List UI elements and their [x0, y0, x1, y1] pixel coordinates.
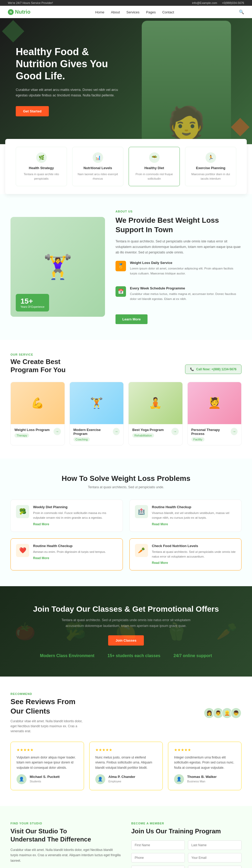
weight-icon-3: 🥕 — [135, 544, 148, 557]
program-card-3[interactable]: 💆 Personal Therapy Process Facility → — [187, 382, 242, 445]
program-title-2: Best Yoga Program — [132, 428, 163, 432]
program-image-2: 🧘 — [129, 382, 183, 424]
food-icon-3: 🍋 — [116, 622, 136, 641]
topbar-right: info@Example.com +0(888)034-5676 — [188, 1, 244, 4]
review-card-1: ★★★★★ Nunc metus justo, ornare ut eleife… — [89, 742, 163, 790]
about-heading: We Provide Best Weight Loss Support In T… — [116, 216, 242, 235]
programs-section: OUR SERVICE We Create Best Program For Y… — [0, 340, 252, 459]
form-field-bodyweight — [188, 866, 242, 868]
program-arrow-0[interactable]: → — [54, 428, 61, 435]
hero-cta-button[interactable]: Get Started — [16, 106, 49, 116]
service-text-1: Every Week Schedule Programme Curabitur … — [130, 286, 242, 307]
cta-banner: 🍅 🥦 🍋 🫑 🥕 Join Today Our Classes & Get P… — [0, 586, 252, 677]
weight-grid: 🥦 Weekly Diet Planning Proin in commodo … — [10, 499, 242, 571]
program-arrow-3[interactable]: → — [231, 428, 238, 435]
review-card-2: ★★★★★ Integer condimentum urna finibus e… — [168, 742, 242, 790]
studio-description: Curabitur vitae elit amet. Nulla blandit… — [10, 847, 121, 863]
cta-heading: Join Today Our Classes & Get Promotional… — [10, 604, 242, 614]
phone-input[interactable] — [131, 853, 185, 863]
training-form-area: BECOME A MEMBER Join Us Our Training Pro… — [131, 822, 242, 868]
program-arrow-1[interactable]: → — [113, 428, 120, 435]
cta-stat-num-0: Modern Class Environment — [40, 653, 94, 658]
weight-item-2: ❤️ Routine Health Checkup Aenean eu enim… — [10, 538, 123, 571]
nav-contact[interactable]: Contact — [162, 10, 174, 14]
studio-heading: Visit Our Studio To Understand The Diffe… — [10, 827, 121, 843]
feature-icon-2: 🥗 — [149, 152, 160, 163]
review-text-1: Nunc metus justo, ornare ut eleifend viv… — [95, 755, 157, 770]
program-card-0[interactable]: 💪 Weight Loss Program Therapy → — [10, 382, 65, 445]
logo-icon: N — [8, 9, 14, 15]
feature-desc-0: Tentara in quasi archite nito perspiciat… — [20, 172, 63, 181]
program-card-2[interactable]: 🧘 Best Yoga Program Rehabilitation → — [128, 382, 183, 445]
last-name-input[interactable] — [188, 840, 242, 850]
studio-left: FIND YOUR STUDIO Visit Our Studio To Und… — [10, 822, 121, 868]
feature-card-2: 🥗 Healthy Diet Proin in commodo nisl fru… — [129, 147, 180, 186]
nav-services[interactable]: Services — [127, 10, 140, 14]
weight-readmore-1[interactable]: Read More — [152, 522, 168, 526]
program-tag-0: Therapy — [14, 433, 29, 438]
program-image-3: 💆 — [188, 382, 242, 424]
cta-stat-0: Modern Class Environment — [40, 653, 94, 658]
reviewer-avatar-1: 👤 — [95, 774, 105, 784]
cta-subtext: Tentara at quasi architecto. Sed ut pers… — [60, 617, 192, 629]
weight-title-1: Routine Health Checkup — [152, 505, 236, 509]
weight-title-2: Routine Health Checkup — [33, 544, 106, 548]
program-title-0: Weight Loss Program — [14, 428, 50, 432]
years-badge: 15+ Years Of Experience — [16, 294, 49, 311]
program-emoji-1: 🏋️ — [90, 397, 103, 409]
about-cta-button[interactable]: Learn More — [116, 314, 148, 324]
review-text-2: Integer condimentum urna finibus elit so… — [174, 755, 235, 770]
hero-person-image: 🧑 — [142, 21, 231, 142]
feature-desc-3: Maecenas porttitor diam in dui iaculis i… — [189, 172, 232, 181]
body-weight-input[interactable] — [188, 866, 242, 868]
program-info-text-1: Modern Exercise Program Coaching — [73, 428, 113, 441]
email-input[interactable] — [188, 853, 242, 863]
program-tag-2: Rehabilitation — [132, 433, 154, 438]
programs-header-left: OUR SERVICE We Create Best Program For Y… — [10, 353, 66, 374]
weight-readmore-3[interactable]: Read More — [152, 561, 168, 565]
nav-about[interactable]: About — [111, 10, 120, 14]
program-info-0: Weight Loss Program Therapy → — [11, 424, 65, 441]
weight-readmore-2[interactable]: Read More — [33, 556, 49, 560]
topbar: We're 24/7 Hours Service Provider! info@… — [0, 0, 252, 6]
program-card-1[interactable]: 🏋️ Modern Exercise Program Coaching → — [69, 382, 124, 445]
studio-label: FIND YOUR STUDIO — [10, 822, 121, 825]
program-info-1: Modern Exercise Program Coaching → — [70, 424, 124, 445]
logo-text: Nutrio — [15, 9, 30, 15]
reviewer-role-0: Students — [30, 780, 41, 783]
weight-icon-0: 🥦 — [16, 505, 29, 518]
form-row-stats — [131, 866, 242, 868]
about-description: Tentara in quasi architecto. Sed ut pers… — [116, 239, 242, 255]
age-input[interactable] — [131, 866, 185, 868]
first-name-input[interactable] — [131, 840, 185, 850]
search-icon[interactable]: 🔍 — [239, 9, 244, 14]
review-text-0: Vulputam areum dolor aliqua risper loade… — [17, 755, 78, 770]
program-arrow-2[interactable]: → — [171, 428, 179, 435]
weight-readmore-0[interactable]: Read More — [33, 522, 49, 526]
cta-stat-2: 24/7 online support — [174, 653, 212, 658]
reviews-grid: ★★★★★ Vulputam areum dolor aliqua risper… — [10, 742, 242, 790]
weight-loss-section: How To Solve Weight Loss Problems Tentar… — [0, 459, 252, 586]
about-content: ABOUT US We Provide Best Weight Loss Sup… — [116, 210, 242, 324]
call-button[interactable]: 📞 Call Now: +(888) 1234-5676 — [185, 365, 242, 374]
weight-text-2: Routine Health Checkup Aenean eu enim. P… — [33, 544, 106, 565]
programs-heading: We Create Best Program For You — [10, 358, 66, 374]
form-field-phone — [131, 853, 185, 863]
program-info-text-0: Weight Loss Program Therapy — [14, 428, 50, 438]
nav-home[interactable]: Home — [95, 10, 104, 14]
weight-text-0: Weekly Diet Planning Proin in commodo ni… — [33, 505, 117, 526]
form-field-lastname — [188, 840, 242, 850]
weight-desc-0: Proin in commodo nisl. Fusce sollicitudi… — [33, 510, 117, 520]
logo[interactable]: N Nutrio — [8, 9, 30, 15]
feature-card-1: 📊 Nutritional Levels Nam laoreet arcu ri… — [72, 147, 123, 186]
cta-join-button[interactable]: Join Classes — [108, 635, 144, 646]
nav-pages[interactable]: Pages — [146, 10, 156, 14]
about-image-wrap: 🏋️‍♀️ 15+ Years Of Experience — [10, 217, 105, 317]
feature-card-3: 🏃 Exercise Planning Maecenas porttitor d… — [185, 147, 236, 186]
reviewer-role-1: Employee — [108, 780, 121, 783]
about-label: ABOUT US — [116, 210, 242, 213]
reviewer-info-0: Michael S. Puckett Students — [30, 775, 60, 783]
food-icon-5: 🥕 — [216, 622, 237, 641]
weight-desc-1: Vivamus blandit, est vel vestibulum vest… — [152, 510, 236, 520]
reviewer-info-1: Alma P. Chander Employee — [108, 775, 135, 783]
